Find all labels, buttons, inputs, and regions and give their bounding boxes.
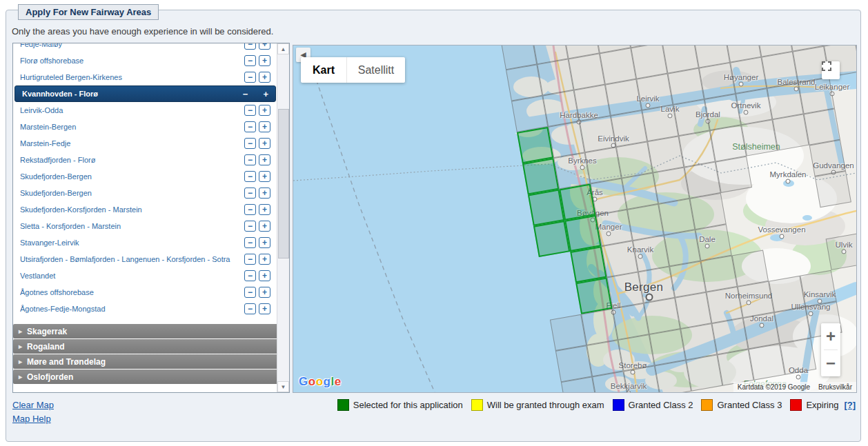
increase-area-button[interactable]: + — [259, 105, 270, 116]
fairway-area-row[interactable]: Vestlandet−+ — [13, 267, 277, 284]
grid-cell[interactable] — [596, 210, 633, 246]
fairway-area-row[interactable]: Florø offshorebase−+ — [13, 52, 277, 69]
increase-area-button[interactable]: + — [259, 254, 270, 265]
grid-cell-selected[interactable] — [575, 277, 612, 314]
grid-cell[interactable] — [710, 125, 747, 161]
grid-cell[interactable] — [649, 329, 686, 365]
grid-cell[interactable] — [574, 85, 611, 121]
grid-cell[interactable] — [717, 349, 753, 385]
decrease-area-button[interactable]: − — [244, 204, 256, 215]
fairway-area-row-selected[interactable]: Kvannhovden - Florø−+ — [14, 85, 276, 102]
grid-cell[interactable] — [809, 140, 846, 176]
grid-cell[interactable] — [638, 266, 675, 303]
grid-cell[interactable] — [815, 171, 851, 207]
grid-cell[interactable] — [730, 57, 767, 94]
scroll-down-button[interactable]: ▼ — [277, 381, 289, 392]
grid-cell[interactable] — [774, 307, 811, 343]
grid-cell[interactable] — [550, 314, 586, 351]
terms-link[interactable]: Bruksvilkår — [814, 382, 856, 392]
grid-cell-selected[interactable] — [528, 190, 564, 226]
grid-cell[interactable] — [700, 255, 737, 292]
grid-cell[interactable] — [800, 270, 836, 307]
decrease-area-button[interactable]: − — [244, 72, 256, 83]
grid-cell[interactable] — [542, 90, 579, 127]
decrease-area-button[interactable]: − — [244, 303, 256, 314]
zoom-in-button[interactable]: + — [821, 323, 840, 349]
list-scrollbar[interactable]: ▲ ▼ — [277, 43, 289, 392]
grid-cell[interactable] — [736, 88, 772, 125]
grid-cell[interactable] — [684, 162, 720, 199]
decrease-area-button[interactable]: − — [244, 138, 256, 149]
grid-cell[interactable] — [767, 83, 803, 119]
decrease-area-button[interactable]: − — [244, 254, 256, 265]
region-group-header[interactable]: ▸Oslofjorden — [13, 369, 279, 384]
google-logo[interactable]: Google — [299, 375, 342, 389]
map-help-link[interactable]: Map Help — [12, 414, 51, 424]
increase-area-button[interactable]: + — [259, 204, 270, 215]
grid-cell[interactable] — [769, 276, 805, 312]
grid-cell[interactable] — [732, 250, 769, 286]
map-type-kart-button[interactable]: Kart — [301, 57, 347, 83]
grid-cell[interactable] — [636, 74, 673, 110]
grid-cell[interactable] — [667, 68, 704, 105]
fairway-area-row[interactable]: Hurtigruteled Bergen-Kirkenes−+ — [13, 69, 277, 85]
increase-area-button[interactable]: + — [259, 287, 270, 298]
grid-cell[interactable] — [618, 334, 654, 371]
grid-cell[interactable] — [678, 130, 715, 167]
increase-area-button[interactable]: + — [259, 43, 270, 50]
grid-cell[interactable] — [780, 338, 816, 374]
grid-cell[interactable] — [761, 52, 798, 88]
grid-cell[interactable] — [511, 96, 548, 132]
decrease-area-button[interactable]: − — [244, 270, 256, 281]
grid-cell[interactable] — [749, 343, 785, 380]
fairway-map[interactable]: LeirvikLavikHøyangerBalestrandLeikangerO… — [293, 45, 857, 393]
grid-cell[interactable] — [616, 141, 653, 178]
grid-cell[interactable] — [605, 79, 642, 116]
increase-area-button[interactable]: + — [259, 121, 270, 132]
map-type-satellitt-button[interactable]: Satellitt — [347, 57, 405, 83]
grid-cell-selected[interactable] — [517, 127, 553, 163]
grid-cell[interactable] — [600, 48, 636, 84]
increase-area-button[interactable]: + — [263, 89, 268, 99]
grid-cell[interactable] — [804, 108, 840, 145]
decrease-area-button[interactable]: − — [244, 121, 256, 132]
region-group-header[interactable]: ▸Møre and Trøndelag — [13, 354, 279, 369]
clear-map-link[interactable]: Clear Map — [12, 400, 54, 410]
grid-cell[interactable] — [741, 119, 778, 156]
increase-area-button[interactable]: + — [259, 187, 270, 199]
decrease-area-button[interactable]: − — [244, 287, 256, 298]
grid-cell[interactable] — [738, 281, 774, 318]
fairway-area-row[interactable]: Rekstadfjorden - Florø−+ — [13, 152, 277, 168]
grid-cell-selected[interactable] — [564, 215, 601, 252]
fairway-area-row[interactable]: Ågotnes-Fedje-Mongstad−+ — [13, 301, 277, 317]
grid-cell[interactable] — [506, 64, 542, 101]
decrease-area-button[interactable]: − — [244, 55, 256, 66]
decrease-area-button[interactable]: − — [244, 171, 256, 182]
grid-cell[interactable] — [623, 365, 660, 393]
region-group-header[interactable]: ▸Rogaland — [13, 339, 279, 354]
fairway-area-row[interactable]: Leirvik-Odda−+ — [13, 102, 277, 119]
grid-cell[interactable] — [633, 235, 669, 272]
scrollbar-thumb[interactable] — [278, 109, 289, 259]
grid-cell[interactable] — [686, 354, 722, 391]
grid-cell[interactable] — [695, 224, 731, 261]
expiring-help-link[interactable]: [?] — [844, 400, 856, 410]
grid-cell-selected[interactable] — [522, 158, 559, 194]
grid-cell[interactable] — [553, 152, 590, 189]
grid-cell[interactable] — [569, 53, 605, 90]
grid-cell[interactable] — [669, 261, 706, 297]
fairway-area-row[interactable]: Stavanger-Leirvik−+ — [13, 234, 277, 251]
decrease-area-button[interactable]: − — [244, 105, 256, 116]
increase-area-button[interactable]: + — [259, 72, 270, 83]
grid-cell-selected[interactable] — [559, 184, 595, 221]
grid-cell[interactable] — [581, 309, 618, 345]
grid-cell[interactable] — [653, 168, 689, 204]
increase-area-button[interactable]: + — [259, 303, 270, 314]
grid-cell[interactable] — [673, 99, 709, 136]
grid-cell[interactable] — [627, 204, 664, 241]
grid-cell[interactable] — [602, 241, 638, 277]
increase-area-button[interactable]: + — [259, 138, 270, 149]
grid-cell[interactable] — [555, 345, 592, 382]
grid-cell-selected[interactable] — [570, 246, 606, 283]
grid-cell[interactable] — [612, 303, 649, 340]
